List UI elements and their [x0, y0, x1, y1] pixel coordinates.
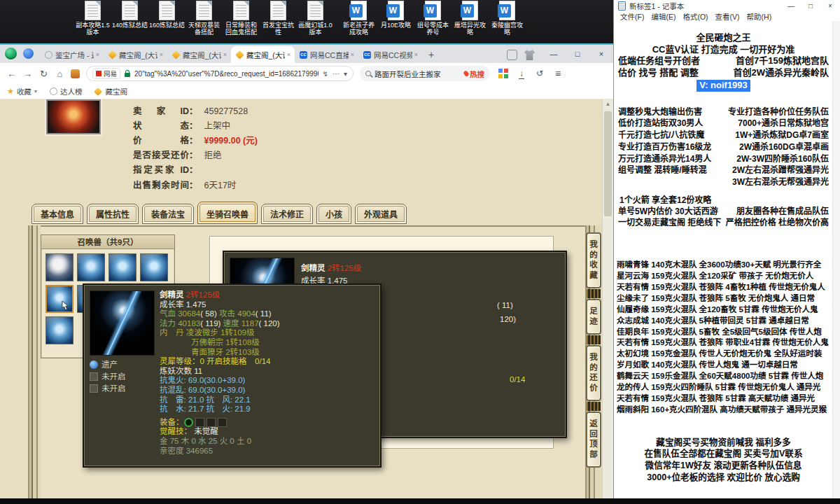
menu-view[interactable]: 查看(V) [712, 11, 743, 22]
chevron-down-icon[interactable] [344, 70, 347, 78]
download-icon[interactable] [514, 69, 529, 78]
browser-tab[interactable]: 网易CC直播 -…× [295, 46, 358, 63]
tab-summons[interactable]: 坐骑召唤兽 [197, 202, 258, 224]
mode-icon[interactable] [507, 50, 517, 60]
menu-icon[interactable] [550, 68, 566, 79]
desktop-icon[interactable]: 副本攻略1.5版本 [74, 1, 111, 36]
history-icon[interactable] [532, 69, 547, 78]
desktop-icon[interactable]: 160炼狱总结 [148, 1, 186, 36]
bookmark-favorites[interactable]: ★收藏▾ [7, 86, 37, 97]
sidebar-my-offers-button[interactable]: 我的还价 [586, 345, 601, 401]
pet-tooltip: 遗产 未开启 未开启 剑精灵 2转125级 成长率 1.475 气血 30684… [83, 284, 382, 468]
desktop-icon[interactable]: 日常睡装和回血鬼搭配 [223, 1, 260, 36]
team-list: 雨啸青锋 140克木混队 全3600功绩30+天赋 明光景行齐全 星河云海 15… [615, 260, 832, 416]
desktop-icon-label: 秦陵幽宫攻略 [489, 22, 526, 36]
profile-badge-icon[interactable] [23, 48, 34, 59]
browser-tab[interactable]: 藏宝阁_(大话…× [167, 46, 231, 63]
tab-close-icon[interactable]: × [221, 51, 229, 58]
netease-badge[interactable]: 网易 [92, 68, 120, 79]
desktop-icon[interactable]: 秦陵幽宫攻略 [489, 1, 526, 36]
info-row: 卖家ID：459277528 [133, 104, 248, 115]
sidebar-footprints-button[interactable]: 足迹 [586, 299, 601, 335]
desktop-icon[interactable]: 雁塔异光攻略 [451, 1, 489, 36]
summon-portrait[interactable] [108, 253, 136, 281]
close-button[interactable]: × [589, 45, 613, 63]
page-scrollbar[interactable] [602, 99, 613, 498]
bookmark-item[interactable]: 藏宝阁 [94, 86, 127, 97]
browser-tab-active[interactable]: 藏宝阁_(大话…× [231, 46, 295, 63]
pet-refine-count: 炼妖次数 11 [160, 367, 377, 377]
back-to-top-button[interactable]: 返回顶部 [586, 412, 601, 468]
tab-appearance[interactable]: 外观道具 [355, 204, 407, 224]
extensions-icon[interactable] [498, 69, 503, 73]
lock-icon [125, 73, 130, 77]
tab-close-icon[interactable]: × [94, 51, 102, 58]
tab-spells[interactable]: 法术修正 [261, 204, 313, 224]
new-tab-button[interactable]: + [422, 46, 440, 63]
summon-portrait[interactable] [46, 316, 74, 344]
desktop-icon[interactable]: 画魔幻城1.0版本 [297, 1, 334, 36]
tab-close-icon[interactable]: × [349, 51, 356, 58]
tab-equipment[interactable]: 装备法宝 [142, 204, 194, 224]
summon-portrait[interactable] [46, 253, 74, 281]
search-box[interactable]: 路面开裂后业主搬家 热搜 [360, 66, 490, 81]
summon-portrait-selected[interactable] [46, 285, 74, 313]
forward-icon[interactable] [20, 69, 36, 79]
desktop-icon[interactable]: 首发宝宝抗性 [260, 1, 297, 36]
minimize-button[interactable]: — [781, 0, 801, 12]
summon-portrait[interactable] [140, 253, 168, 281]
desktop-icon-label: 160炼狱总结 [148, 22, 186, 36]
notepad-titlebar[interactable]: 新标签1 - 记事本 — □ × [614, 0, 840, 12]
maximize-button[interactable]: □ [801, 0, 820, 12]
scrollbar-thumb[interactable] [604, 111, 612, 216]
tab-close-icon[interactable]: × [158, 51, 165, 58]
browser-tab[interactable]: 藏宝阁_(大话…× [104, 46, 167, 63]
search-suggestion[interactable]: 路面开裂后业主搬家 [374, 69, 464, 79]
info-label: 卖家ID [133, 104, 189, 117]
tab-children[interactable]: 小孩 [316, 204, 351, 224]
desktop-icon[interactable]: 140炼狱总结 [111, 1, 148, 36]
back-icon[interactable] [4, 69, 20, 79]
character-avatar [46, 99, 101, 134]
address-bar[interactable]: 网易 20"tag"%3A%20"user"%7D&reco_request_i… [86, 66, 354, 81]
menu-edit[interactable]: 编辑(E) [648, 11, 679, 22]
maximize-button[interactable]: □ [566, 45, 589, 63]
browser-tab[interactable]: 鉴宝广场 - 达…× [40, 46, 104, 63]
close-button[interactable]: × [820, 0, 840, 12]
tab-close-icon[interactable]: × [285, 51, 293, 58]
home-icon[interactable] [52, 69, 68, 79]
chevron-down-icon: ▾ [34, 88, 37, 94]
desktop-icon[interactable]: 组号零成本养号 [414, 1, 451, 36]
info-colon: ： [189, 150, 198, 160]
url-text[interactable]: 20"tag"%3A%20"user"%7D&reco_request_id=1… [134, 70, 318, 78]
browser-tab[interactable]: 网易CC视频|…× [358, 46, 422, 63]
pet-slot-list: 遗产 未开启 未开启 [90, 359, 126, 395]
menu-file[interactable]: 文件(F) [617, 11, 648, 22]
scroll-up-icon[interactable] [603, 99, 613, 109]
service-line: 千元打造七抗/八抗铁魔1W+通杀炼狱DG卓7画室 [615, 130, 832, 141]
desktop-icon[interactable]: 新老孩子养成攻略 [340, 1, 377, 36]
tab-basic-info[interactable]: 基本信息 [31, 204, 83, 224]
menu-format[interactable]: 格式(O) [679, 11, 711, 22]
minimize-button[interactable]: — [542, 45, 566, 63]
summon-portrait[interactable] [77, 253, 105, 281]
desktop-icon[interactable]: 天梯双暴装备搭配 [186, 1, 223, 36]
header-line: 全民砸炮之王 [615, 32, 832, 44]
flash-icon[interactable] [323, 70, 328, 78]
sidebar-favorites-button[interactable]: 我的收藏 [586, 232, 601, 288]
bookmark-item[interactable]: 达人榜 [50, 86, 83, 97]
more-icon[interactable] [332, 70, 340, 78]
desktop-icon[interactable]: 月10E攻略 [377, 1, 414, 36]
tab-close-icon[interactable]: × [412, 51, 420, 58]
theme-icon[interactable] [524, 50, 535, 60]
browser-logo-icon[interactable] [5, 48, 17, 59]
desktop-icon-label: 画魔幻城1.0版本 [297, 22, 334, 36]
shopping-icon[interactable] [71, 69, 80, 78]
hot-search-badge[interactable]: 热搜 [464, 69, 484, 79]
tab-attributes[interactable]: 属性抗性 [87, 204, 139, 224]
reload-icon[interactable] [36, 69, 52, 79]
notepad-scrollbar[interactable] [832, 21, 840, 498]
notepad-text-area[interactable]: 全民砸炮之王 CC蓝V认证 打造完成 一切开好为准 低端任务组号开创者首创7千1… [615, 21, 832, 498]
menu-help[interactable]: 帮助(H) [743, 11, 776, 22]
info-row: 指定买家 ID： [133, 162, 204, 174]
